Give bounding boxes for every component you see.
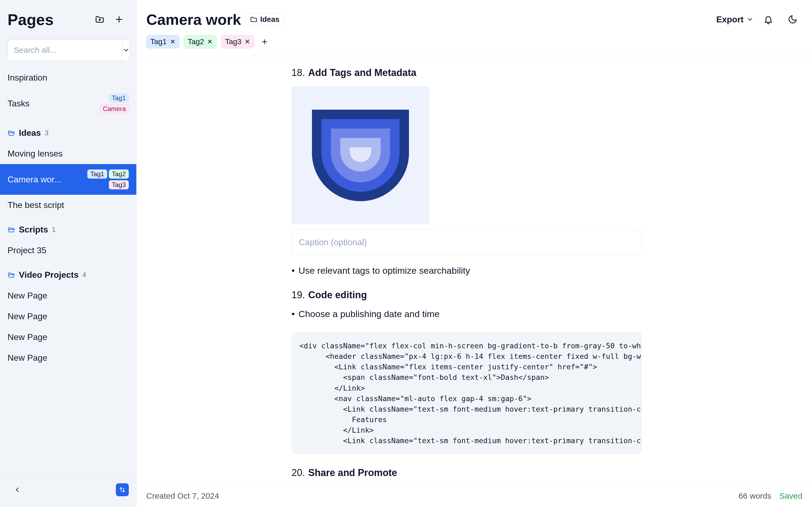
sidebar-item-label: New Page xyxy=(8,332,47,342)
sidebar-group-label: Ideas xyxy=(19,128,41,138)
sidebar-group-label: Video Projects xyxy=(19,270,79,280)
sidebar-item-label: New Page xyxy=(8,312,47,321)
sidebar-item-label: Moving lenses xyxy=(8,149,63,159)
heading-18: 18. Add Tags and Metadata xyxy=(291,67,642,78)
sidebar-item-new-page[interactable]: New Page xyxy=(0,285,136,306)
new-folder-button[interactable] xyxy=(90,10,109,29)
bell-icon xyxy=(763,14,773,24)
sidebar-item-label: Tasks xyxy=(8,99,30,109)
sidebar-group-count: 1 xyxy=(52,225,56,234)
sidebar-item-label: Project 35 xyxy=(8,245,46,256)
folder-icon xyxy=(250,16,257,23)
sort-button[interactable] xyxy=(116,483,129,496)
tag-label: Tag1 xyxy=(150,38,167,46)
sort-arrows-icon xyxy=(119,486,126,494)
sidebar-item-new-page[interactable]: New Page xyxy=(0,327,136,347)
tag-chip[interactable]: Tag1 ✕ xyxy=(146,35,179,49)
heading-number: 18. xyxy=(291,67,305,78)
theme-toggle-button[interactable] xyxy=(783,10,802,29)
sidebar-item-new-page[interactable]: New Page xyxy=(0,347,136,368)
code-block[interactable]: <div className="flex flex-col min-h-scre… xyxy=(291,333,642,454)
tag-row: Tag1 ✕ Tag2 ✕ Tag3 ✕ xyxy=(136,33,812,56)
heading-20: 20. Share and Promote xyxy=(291,467,642,478)
breadcrumb[interactable]: Ideas xyxy=(246,13,284,25)
chevron-left-icon xyxy=(13,486,21,494)
search-row xyxy=(0,34,136,67)
search-filter-dropdown[interactable] xyxy=(122,39,130,61)
sidebar-item-tags: Tag1 Camera xyxy=(83,94,129,113)
moon-icon xyxy=(788,14,798,24)
shield-graphic-icon xyxy=(306,110,414,201)
search-input[interactable] xyxy=(8,39,122,61)
sidebar-footer xyxy=(0,472,136,507)
sidebar-item-inspiration[interactable]: Inspiration xyxy=(0,67,136,88)
footer: Created Oct 7, 2024 66 words Saved xyxy=(136,485,812,507)
sidebar-group-count: 4 xyxy=(82,271,86,279)
bullet: • Use relevant tags to optimize searchab… xyxy=(291,265,642,276)
heading-19: 19. Code editing xyxy=(291,289,642,301)
created-date: Created Oct 7, 2024 xyxy=(146,491,219,501)
sidebar: Pages Inspiration Tasks Tag1 xyxy=(0,0,136,507)
mini-tag: Camera xyxy=(100,104,129,113)
sidebar-item-tasks[interactable]: Tasks Tag1 Camera xyxy=(0,88,136,119)
export-label: Export xyxy=(716,14,744,24)
folder-open-icon xyxy=(8,226,15,234)
bullet-marker: • xyxy=(291,309,295,319)
plus-icon xyxy=(261,38,268,46)
sidebar-item-label: Camera wor... xyxy=(8,175,61,184)
bullet: • Choose a publishing date and time xyxy=(291,309,642,319)
bullet-marker: • xyxy=(291,265,295,276)
content-inner: 18. Add Tags and Metadata • Use rel xyxy=(291,67,642,485)
breadcrumb-label: Ideas xyxy=(260,15,280,24)
add-tag-button[interactable] xyxy=(258,36,271,48)
word-count: 66 words xyxy=(739,491,771,501)
chevron-down-icon xyxy=(122,46,130,54)
bullet-text: Use relevant tags to optimize searchabil… xyxy=(298,265,470,276)
sidebar-item-label: Inspiration xyxy=(8,73,47,83)
chevron-down-icon xyxy=(746,16,754,23)
caption-input[interactable] xyxy=(291,230,642,255)
heading-text: Code editing xyxy=(308,289,367,301)
bullet-text: Choose a publishing date and time xyxy=(298,309,440,319)
sidebar-group-count: 3 xyxy=(45,129,49,137)
new-page-button[interactable] xyxy=(109,10,129,29)
sidebar-group-label: Scripts xyxy=(19,225,48,235)
notifications-button[interactable] xyxy=(759,10,778,29)
sidebar-group-scripts[interactable]: Scripts 1 xyxy=(0,219,136,240)
export-button[interactable]: Export xyxy=(716,14,754,24)
sidebar-item-label: The best script xyxy=(8,200,64,210)
folder-open-icon xyxy=(8,129,15,137)
sidebar-item-project-35[interactable]: Project 35 xyxy=(0,240,136,261)
save-status: Saved xyxy=(779,491,802,501)
sidebar-item-best-script[interactable]: The best script xyxy=(0,195,136,216)
main: Camera work Ideas Export Tag1 ✕ xyxy=(136,0,812,507)
tag-label: Tag3 xyxy=(225,38,241,46)
mini-tag: Tag3 xyxy=(109,180,129,189)
content: 18. Add Tags and Metadata • Use rel xyxy=(136,56,812,485)
header: Camera work Ideas Export xyxy=(136,0,812,33)
sidebar-header: Pages xyxy=(0,0,136,34)
heading-text: Share and Promote xyxy=(308,467,397,478)
sidebar-title: Pages xyxy=(8,10,90,29)
sidebar-group-ideas[interactable]: Ideas 3 xyxy=(0,123,136,143)
heading-text: Add Tags and Metadata xyxy=(308,67,416,78)
mini-tag: Tag1 xyxy=(109,94,129,103)
remove-tag-icon[interactable]: ✕ xyxy=(170,38,175,46)
sidebar-item-label: New Page xyxy=(8,291,47,301)
page-title: Camera work xyxy=(146,11,241,28)
tag-chip[interactable]: Tag3 ✕ xyxy=(221,35,254,49)
sidebar-item-camera-work[interactable]: Camera wor... Tag1 Tag2 Tag3 xyxy=(0,164,136,195)
sidebar-item-new-page[interactable]: New Page xyxy=(0,306,136,327)
sidebar-group-video-projects[interactable]: Video Projects 4 xyxy=(0,265,136,285)
plus-icon xyxy=(114,14,124,24)
image-block[interactable] xyxy=(291,87,429,224)
mini-tag: Tag2 xyxy=(109,169,129,179)
sidebar-item-moving-lenses[interactable]: Moving lenses xyxy=(0,143,136,164)
remove-tag-icon[interactable]: ✕ xyxy=(245,38,250,46)
sidebar-nav: Inspiration Tasks Tag1 Camera Ideas 3 Mo… xyxy=(0,67,136,472)
mini-tag: Tag1 xyxy=(87,169,107,179)
collapse-sidebar-button[interactable] xyxy=(8,480,27,500)
tag-chip[interactable]: Tag2 ✕ xyxy=(184,35,217,49)
remove-tag-icon[interactable]: ✕ xyxy=(207,38,213,46)
folder-plus-icon xyxy=(95,14,105,24)
